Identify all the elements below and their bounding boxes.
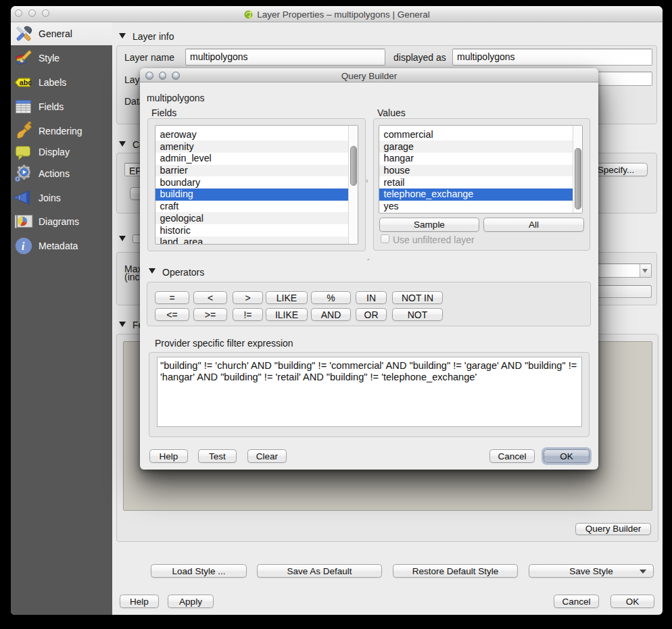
svg-text:i: i xyxy=(22,240,25,253)
svg-text:abc: abc xyxy=(20,78,32,86)
